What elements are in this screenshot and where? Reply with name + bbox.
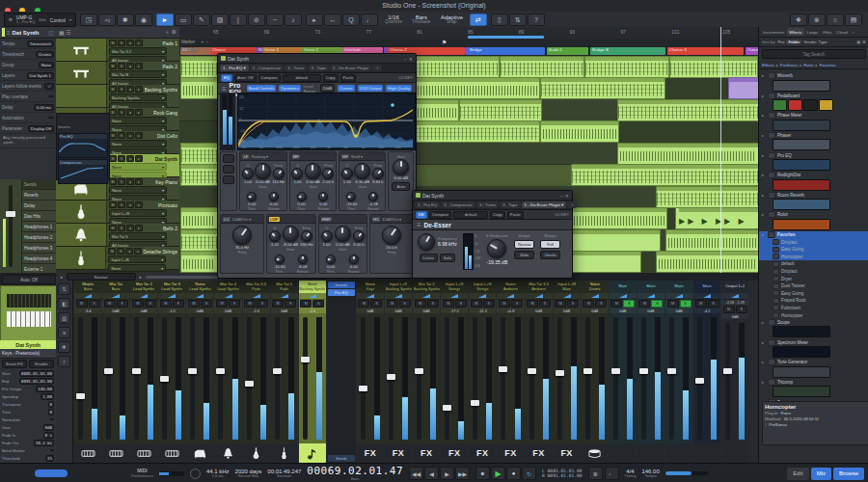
knob-dial[interactable] (291, 168, 303, 179)
event-row-value[interactable]: 0085.01.01.00 (19, 370, 54, 377)
track-instrument-dropdown[interactable]: None▾ (109, 186, 167, 194)
eq-knob[interactable]: Q1.00 (291, 163, 303, 184)
mixer-channel[interactable]: NoneLead SynthsMS0dB (186, 281, 213, 463)
knob-dial[interactable] (353, 230, 365, 242)
record-arm-button[interactable]: ● (126, 225, 134, 231)
mixer-channel[interactable]: Output 1+2-4.08-5.28MS0dB (721, 281, 748, 463)
insert-tab[interactable]: 5 - De-Esser Plugin ▾ (522, 201, 567, 208)
fader-handle[interactable] (104, 368, 113, 374)
monitor-button[interactable]: ▸ (134, 248, 142, 254)
wave-clip[interactable] (415, 77, 540, 99)
midi-clip[interactable] (180, 143, 218, 165)
mute-button[interactable]: M (471, 300, 482, 308)
send-item[interactable]: Delay (22, 201, 56, 211)
eq-knob[interactable]: 6.30 dBGain (354, 163, 370, 189)
auto-button[interactable]: Auto: Off (234, 74, 256, 82)
eq-knob[interactable]: 0.00Thrs. (326, 254, 336, 274)
bus-channel-icon[interactable] (637, 443, 665, 463)
plugin-thumbnail[interactable] (773, 346, 830, 358)
inspector-row-value[interactable]: Display Off (28, 125, 54, 132)
midi-clip[interactable] (459, 99, 542, 121)
fader-handle[interactable] (528, 368, 536, 374)
keys-channel-icon[interactable] (158, 443, 185, 463)
guitar-channel-icon[interactable] (243, 443, 270, 463)
record-arm-button[interactable]: ● (126, 155, 134, 162)
inspector-row-value[interactable]: Drums (36, 51, 54, 58)
pan-control[interactable] (74, 293, 101, 300)
browser-preset[interactable]: Dirtylaut (759, 238, 868, 246)
knob-dial[interactable] (354, 163, 370, 179)
eq-knob[interactable]: Q1.60 (321, 226, 333, 247)
breadcrumb-item[interactable]: Favorites (820, 63, 836, 67)
search-icon[interactable]: ⌕ (851, 28, 856, 36)
channel-name-box[interactable]: NoneKeys (357, 281, 384, 293)
midi-clip[interactable] (656, 186, 758, 208)
channel-name-box[interactable]: NoneLead Synths (186, 281, 213, 293)
browser-plugin-item[interactable]: ▸Rotor (759, 211, 868, 219)
mute-button[interactable]: M (108, 248, 116, 254)
inspector-row-value[interactable]: Timestretch (27, 40, 54, 47)
knob-dial[interactable] (322, 168, 334, 179)
mixer-channel[interactable]: NoneBacking SynthsMS-2.6 (299, 281, 326, 463)
send-item[interactable]: Headphones 4 (22, 254, 56, 264)
view-grid-icon[interactable]: ▦ (856, 40, 860, 44)
eq-knob[interactable]: Q3.20 (269, 226, 281, 247)
browser-plugin-item[interactable]: ▸Spectrum Meter (759, 338, 868, 346)
solo-button[interactable]: S (118, 109, 125, 116)
mixer-channel[interactable]: Mai Tai 2Lead SynthsMS0dB (130, 281, 157, 463)
mute-button[interactable]: M (358, 300, 369, 308)
browser-plugin-item[interactable]: ▸Phaser (759, 132, 868, 140)
monitor-button[interactable]: ▸ (135, 201, 143, 208)
inspector-row-value[interactable] (48, 117, 54, 119)
knob-dial[interactable] (349, 254, 359, 264)
mixer-rail-icon[interactable]: ◧ (58, 298, 70, 309)
mixer-channel[interactable]: MainMS0dB (665, 281, 692, 463)
bars-display[interactable]: 00069.02.01.47 Bars (307, 466, 403, 481)
event-row-value[interactable]: 146.00 (36, 386, 54, 392)
browser-preset[interactable]: Horncopter (759, 311, 868, 319)
wave-clip[interactable] (180, 207, 218, 229)
add-insert-button[interactable]: ＋ (372, 65, 382, 71)
mixer-channel[interactable]: MainMS0dB (637, 281, 665, 463)
eq-knob[interactable]: 0.00Range (348, 254, 360, 274)
solo-button[interactable]: S (118, 86, 125, 93)
metronome-icon[interactable]: ♩ (605, 467, 619, 480)
eq-knob[interactable]: -4.28Range (367, 192, 379, 211)
solo-button[interactable]: S (595, 300, 607, 308)
solo-button[interactable]: S (483, 300, 495, 308)
browser-preset[interactable]: Dirtylaut (759, 268, 868, 276)
add-marker-button[interactable]: ＋ − (201, 40, 209, 44)
channel-name-box[interactable]: Mai Tai 5Pads (271, 281, 298, 293)
monitor-button[interactable]: ▸ (135, 63, 143, 69)
channel-name-box[interactable]: MojitoBass (74, 281, 101, 293)
mute-button[interactable]: M (610, 300, 622, 308)
note-channel-icon[interactable] (299, 443, 326, 463)
fader-handle[interactable] (273, 368, 282, 374)
deesser-window-header[interactable]: Dat Synth ⌐ ✕ (413, 191, 572, 201)
slope-option[interactable] (223, 154, 234, 163)
eq-knob[interactable]: Q1.00 (242, 163, 254, 184)
mixer-rail-icon[interactable]: ≡ (58, 327, 70, 338)
fader-handle[interactable] (132, 368, 141, 374)
eq-knob[interactable]: Q1.50 (341, 163, 353, 184)
wave-clip[interactable] (180, 251, 218, 273)
browser-plugin-item[interactable]: ▸Pedalboard (759, 93, 868, 100)
track-instrument-dropdown[interactable]: Input L+R▾ (108, 255, 166, 263)
mute-button[interactable]: M (555, 300, 566, 308)
track-instrument-dropdown[interactable]: Input L+R▾ (109, 209, 167, 217)
range-option-button[interactable]: Gentle (540, 251, 559, 259)
keys-channel-icon[interactable] (102, 443, 129, 463)
range-option-button[interactable]: Full (540, 240, 559, 249)
frequency-control[interactable]: Frequency 6.98 kHz Listen Solo (418, 233, 457, 262)
monitor-button[interactable]: ▸ (135, 178, 143, 185)
event-row-value[interactable]: 0 (48, 409, 54, 415)
metronome-icon[interactable]: ♩ (361, 13, 378, 26)
pan-control[interactable] (357, 293, 384, 300)
mixer-channel[interactable]: Mai Tai 3.3PadsMS-2.0 (243, 281, 270, 463)
monitor-button[interactable]: ▸ (135, 40, 143, 46)
proeq-window-header[interactable]: Dat Synth ⌐ ✕ (218, 54, 416, 64)
mixer-channel[interactable]: NoneKeysMS0dBFX (357, 281, 384, 463)
bend-tool[interactable]: ~ (266, 13, 284, 26)
band-header[interactable]: HFShelf ▾ (339, 152, 385, 161)
add-insert-button[interactable]: ＋ (567, 201, 577, 208)
